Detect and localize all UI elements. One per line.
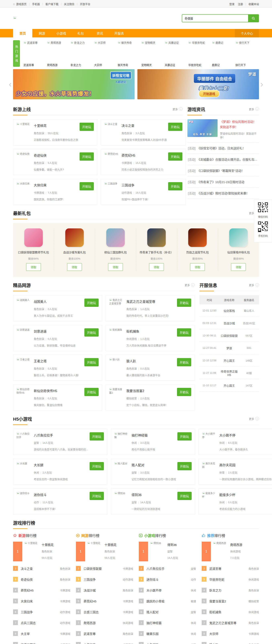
- rank-item[interactable]: 7 鬼武之刃之皇城至尊 角色扮演: [202, 617, 259, 628]
- rank-game-name[interactable]: 古惑三国志: [21, 642, 60, 644]
- play-button[interactable]: 开始玩: [168, 152, 182, 161]
- rank-item[interactable]: 8 大宗师 卡牌游戏: [202, 628, 259, 639]
- rank-item[interactable]: 4 决战沙城 角色扮演: [76, 585, 133, 596]
- rank-item[interactable]: 7 爬塔西游 休闲游戏: [76, 617, 133, 628]
- rank-game-name[interactable]: 大主宰: [21, 632, 60, 636]
- hot-game-item[interactable]: 卧龙之力 卧龙之力: [70, 40, 94, 67]
- news-item[interactable]: [活动] 《口袋妖怪联盟》“寒霜降至”活动！: [187, 165, 259, 176]
- rank-game-name[interactable]: 街机捕鱼: [209, 610, 249, 614]
- play-button[interactable]: 开始玩: [79, 123, 94, 131]
- game-card[interactable]: 大侠归来 大侠归来 卡牌游戏|7人在玩 国民武侠，你我的江湖梦! 开始玩: [13, 179, 97, 205]
- gift-item[interactable]: 传奇来了新手礼包（补仓） 剩余100% 领取: [136, 228, 177, 271]
- more-servers[interactable]: 更多: [249, 283, 259, 287]
- rank-item[interactable]: 3 华丽贪吃蛇 休闲游戏: [202, 574, 259, 585]
- hot-game-item[interactable]: 侠行天下 侠行天下: [236, 40, 259, 67]
- game-card[interactable]: 高尔夫花园 高尔夫花园 体育|2人在玩 一款好玩有趣的高尔夫小游戏，两种模式任你…: [199, 458, 272, 485]
- rank-item[interactable]: 5 跳跃的小青蛙 敏捷: [139, 596, 196, 606]
- hot-game-name[interactable]: 宠物精灵: [141, 63, 165, 67]
- claim-button[interactable]: 领取: [26, 263, 41, 271]
- hot-game-item[interactable]: 鹿鼎记 鹿鼎记: [212, 40, 236, 67]
- banner-pokemon[interactable]: 妖怪宝可萌 X超进化 少女の应援，水火草强势爆发！: [13, 69, 135, 99]
- game-card[interactable]: 大小跳不停 大小跳不停 休闲|9人在玩 大小跳不停，看你跳多久 开始玩: [199, 429, 272, 455]
- hot-game-item[interactable]: 御天传奇 御天传奇: [118, 40, 141, 67]
- rank-item[interactable]: 6 街机捕鱼 休闲游戏: [202, 606, 259, 617]
- rank-game-name[interactable]: 奇迹仙侠: [21, 577, 60, 582]
- rank-item[interactable]: 6 贱人配对 益智: [139, 606, 196, 617]
- hot-game-item[interactable]: 华丽贪吃蛇 华丽贪吃蛇: [188, 40, 212, 67]
- rank-item[interactable]: 3 迷你炫斗 动作: [139, 574, 196, 585]
- play-button[interactable]: 开始玩: [177, 298, 191, 307]
- rank-game-name[interactable]: 我要当首富2: [209, 599, 249, 603]
- rank-item[interactable]: 4 莽荒纪H5 卡牌游戏: [13, 585, 70, 596]
- rank-item[interactable]: 5 大侠归来 卡牌游戏: [13, 596, 70, 606]
- claim-button[interactable]: 领取: [108, 263, 123, 271]
- game-card[interactable]: 战国美人 战国美人 角色扮演|0人在玩 美人为伴七国征战，成就千古帝王 开始玩: [13, 295, 102, 321]
- hot-game-name[interactable]: 侠行天下: [236, 63, 259, 67]
- game-card[interactable]: 鬼武之刃之皇城至尊 鬼武之刃之皇城至尊 角色扮演|1人在玩 我的传奇时代，带上兄…: [106, 295, 195, 321]
- rank-game-name[interactable]: 华丽贪吃蛇: [209, 577, 249, 582]
- gift-name[interactable]: 血战沙城专属礼包: [56, 250, 93, 254]
- topbar-link-client[interactable]: 客户端下载: [45, 2, 58, 6]
- game-title[interactable]: 大长腿: [34, 462, 88, 467]
- nav-tab-servers[interactable]: 开服表: [109, 29, 129, 38]
- rank-item[interactable]: 2 武道至尊 角色扮演: [202, 563, 259, 574]
- nav-tab-gifts[interactable]: 礼包: [71, 29, 90, 38]
- rank-item[interactable]: 8 大主宰 卡牌游戏: [13, 628, 70, 639]
- gift-item[interactable]: 口袋妖怪联盟教师节礼包 剩余94% 领取: [13, 228, 54, 271]
- hot-game-name[interactable]: 御天传奇: [118, 63, 141, 67]
- rank-game-name[interactable]: 跳跃的小青蛙: [146, 599, 191, 603]
- rank-game-name[interactable]: 古惑三国志: [84, 610, 123, 614]
- news-text[interactable]: 《口袋妖怪联盟》“寒霜降至”活动！: [197, 168, 244, 173]
- rank-game-name[interactable]: 抽打神经猫: [146, 621, 191, 625]
- banner-play-button[interactable]: 开始游戏: [199, 90, 220, 97]
- rank-game-name[interactable]: 六角消除: [146, 642, 191, 644]
- news-item[interactable]: [活动] 《妖怪宝可萌》活动，日充送好礼！: [187, 142, 259, 154]
- rank-game-name[interactable]: 爬塔西游: [84, 621, 123, 625]
- game-card[interactable]: 我要当首富2 我要当首富2 模拟经营|2人在玩 定个小目标，赚钱，就是这么简单!…: [106, 384, 195, 410]
- game-title[interactable]: 得到36: [132, 492, 176, 497]
- game-title[interactable]: 迷你炫斗: [34, 492, 88, 497]
- play-button[interactable]: 开始玩: [90, 492, 104, 500]
- news-item[interactable]: [活动] 《传奇来了》10月21-23日限时活动: [187, 176, 259, 188]
- game-title[interactable]: 剑意逍遥: [34, 329, 83, 334]
- carousel-prev-icon[interactable]: [9, 80, 12, 88]
- game-card[interactable]: 抽打神经猫 抽打神经猫 休闲|3人在玩 再也不用担心我手残 开始玩: [111, 429, 195, 455]
- gift-item[interactable]: 修仙三国加群礼包 剩余99% 领取: [95, 228, 136, 271]
- rank-game-name[interactable]: 卧龙之力: [209, 588, 249, 592]
- news-text[interactable]: 《传奇来了》10月21-23日限时活动: [197, 180, 244, 184]
- rank-game-name[interactable]: 决战沙城: [84, 588, 123, 592]
- register-link[interactable]: 注册: [238, 2, 243, 6]
- game-card[interactable]: 新仙剑奇侠传H5 新仙剑奇侠传H5 角色扮演|0人在玩 乘风御剑，重温仙剑情缘 …: [13, 384, 102, 410]
- rank-item[interactable]: 9 大侠归来 卡牌游戏: [76, 639, 133, 644]
- game-card[interactable]: 大长腿 大长腿 休闲|2人在玩 考验反应的一款益智休闲游戏 开始玩: [13, 458, 107, 485]
- rank-item[interactable]: 2 口袋妖怪联盟 卡牌游戏: [76, 563, 133, 574]
- search-button[interactable]: [248, 15, 259, 22]
- rank-featured-item[interactable]: 1 得到36 得到36 益智 14人在玩: [139, 542, 196, 561]
- rank-game-name[interactable]: 莽荒纪H5: [21, 588, 60, 592]
- claim-button[interactable]: 领取: [190, 263, 205, 271]
- rank-game-name[interactable]: 狼人趴: [209, 642, 249, 644]
- game-card[interactable]: 狼人趴 狼人趴 角色扮演|0人在玩 最火爆烧脑的狼人杀桌游平台 开始玩: [106, 355, 195, 381]
- rank-item[interactable]: 6 古惑三国志 卡牌游戏: [76, 606, 133, 617]
- news-text[interactable]: 《百战沙城》限时活动!登陆抽奖来袭！: [197, 191, 249, 195]
- rank-game-name[interactable]: 大小跳不停: [146, 588, 191, 592]
- gift-item[interactable]: 血战沙城专属礼包 剩余100% 领取: [54, 228, 95, 271]
- play-button[interactable]: 开始玩: [177, 492, 192, 500]
- rank-game-name[interactable]: 决斗之皇: [21, 566, 60, 570]
- banner-mengdao[interactable]: 华丽部件 自由组合 看我七十二变! 开始游戏 梦道: [137, 69, 259, 99]
- rank-game-name[interactable]: 口袋妖怪联盟: [84, 566, 123, 570]
- gift-name[interactable]: 口袋妖怪联盟教师节礼包: [15, 250, 52, 254]
- game-card[interactable]: 八爪鱼拉拉手 八爪鱼拉拉手 益智|14人在玩 游戏的主角是可爱的八爪鱼，玩家要合…: [13, 429, 107, 455]
- hot-game-name[interactable]: 鹿鼎记: [212, 63, 236, 67]
- hot-game-name[interactable]: 大宗师: [94, 63, 118, 67]
- game-title[interactable]: 十里桃花: [34, 123, 78, 128]
- gift-item[interactable]: 烈焰之战双节礼包 剩余99% 领取: [177, 228, 218, 271]
- gift-name[interactable]: 修仙三国加群礼包: [97, 250, 134, 254]
- game-title[interactable]: 决斗之皇: [122, 123, 167, 128]
- user-center-button[interactable]: 个人中心: [235, 29, 259, 38]
- game-card[interactable]: 莽荒纪H5 莽荒纪H5 卡牌游戏|15人在玩 同名小说正版授权释放你的洪荒之力 …: [101, 149, 186, 175]
- rank-item[interactable]: 3 奇迹仙侠 角色扮演: [13, 574, 70, 585]
- rank-item[interactable]: 2 决斗之皇 角色扮演: [13, 563, 70, 574]
- news-item[interactable]: [活动] 《百战沙城》限时活动!登陆抽奖来袭！: [187, 188, 259, 199]
- rank-item[interactable]: 5 我要当首富2 模拟经营: [202, 596, 259, 606]
